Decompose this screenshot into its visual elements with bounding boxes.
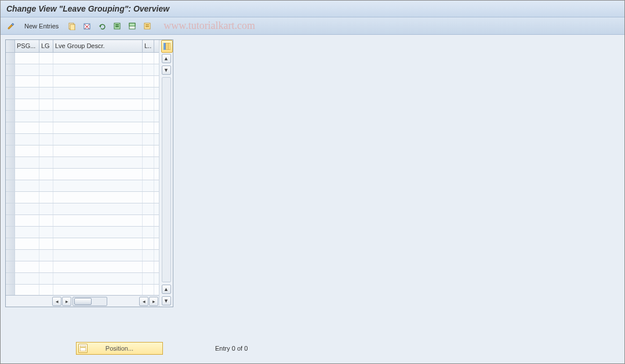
cell-descr[interactable] [53,53,143,64]
row-selector[interactable] [6,76,15,87]
cell-descr[interactable] [53,134,143,145]
page-down-button[interactable]: ▲ [162,285,171,294]
row-selector[interactable] [6,111,15,122]
cell-descr[interactable] [53,157,143,168]
table-row[interactable] [6,145,159,157]
select-block-button[interactable] [126,20,138,32]
page-up-button[interactable]: ▼ [162,65,171,75]
cell-l[interactable] [143,111,154,122]
next-column-button[interactable]: ◂ [139,297,148,306]
cell-descr[interactable] [53,64,143,75]
hscroll-track[interactable] [72,297,107,306]
cell-lg[interactable] [39,122,53,133]
cell-descr[interactable] [53,203,143,214]
table-row[interactable] [6,64,159,76]
configure-columns-button[interactable] [161,40,173,53]
cell-psg[interactable] [15,88,39,99]
cell-lg[interactable] [39,273,53,284]
table-row[interactable] [6,215,159,227]
table-row[interactable] [6,227,159,238]
table-row[interactable] [6,192,159,203]
cell-psg[interactable] [15,215,39,226]
cell-psg[interactable] [15,145,39,156]
cell-psg[interactable] [15,203,39,214]
delete-button[interactable] [81,20,93,32]
cell-l[interactable] [143,227,154,238]
select-all-button[interactable] [111,20,123,32]
cell-l[interactable] [143,157,154,168]
table-row[interactable] [6,122,159,134]
column-header-descr[interactable]: Lve Group Descr. [53,40,143,52]
cell-descr[interactable] [53,238,143,249]
cell-descr[interactable] [53,250,143,261]
cell-l[interactable] [143,134,154,145]
cell-descr[interactable] [53,215,143,226]
cell-psg[interactable] [15,53,39,64]
cell-l[interactable] [143,122,154,133]
cell-lg[interactable] [39,169,53,180]
cell-descr[interactable] [53,169,143,180]
cell-l[interactable] [143,169,154,180]
row-selector[interactable] [6,238,15,249]
cell-psg[interactable] [15,180,39,191]
cell-descr[interactable] [53,99,143,110]
cell-lg[interactable] [39,215,53,226]
change-mode-button[interactable] [5,20,17,32]
cell-l[interactable] [143,285,154,295]
column-header-psg[interactable]: PSG... [15,40,39,52]
cell-lg[interactable] [39,203,53,214]
cell-psg[interactable] [15,227,39,238]
cell-psg[interactable] [15,238,39,249]
new-entries-button[interactable]: New Entries [20,21,63,31]
cell-psg[interactable] [15,157,39,168]
cell-descr[interactable] [53,122,143,133]
cell-psg[interactable] [15,192,39,203]
row-selector[interactable] [6,203,15,214]
row-selector[interactable] [6,122,15,133]
cell-lg[interactable] [39,145,53,156]
row-selector[interactable] [6,169,15,180]
cell-descr[interactable] [53,88,143,99]
cell-lg[interactable] [39,53,53,64]
row-selector[interactable] [6,88,15,99]
column-header-l[interactable]: L.. [143,40,154,52]
first-column-button[interactable]: ◂ [52,297,61,306]
cell-psg[interactable] [15,261,39,272]
cell-l[interactable] [143,192,154,203]
cell-descr[interactable] [53,273,143,284]
cell-psg[interactable] [15,134,39,145]
cell-lg[interactable] [39,111,53,122]
cell-lg[interactable] [39,227,53,238]
cell-lg[interactable] [39,238,53,249]
cell-l[interactable] [143,250,154,261]
cell-descr[interactable] [53,285,143,295]
table-row[interactable] [6,273,159,285]
cell-descr[interactable] [53,180,143,191]
table-row[interactable] [6,53,159,64]
cell-psg[interactable] [15,64,39,75]
table-row[interactable] [6,238,159,250]
table-row[interactable] [6,261,159,273]
table-row[interactable] [6,203,159,215]
row-selector[interactable] [6,53,15,64]
position-button[interactable]: Position... [76,342,163,355]
table-row[interactable] [6,250,159,261]
row-selector[interactable] [6,145,15,156]
cell-lg[interactable] [39,250,53,261]
cell-psg[interactable] [15,285,39,295]
table-row[interactable] [6,180,159,192]
cell-l[interactable] [143,203,154,214]
cell-lg[interactable] [39,285,53,295]
deselect-button[interactable] [141,20,153,32]
last-column-button[interactable]: ▸ [149,297,158,306]
copy-button[interactable] [66,20,78,32]
cell-psg[interactable] [15,250,39,261]
table-row[interactable] [6,99,159,111]
row-selector[interactable] [6,250,15,261]
cell-descr[interactable] [53,192,143,203]
row-selector[interactable] [6,192,15,203]
table-row[interactable] [6,88,159,99]
table-row[interactable] [6,169,159,180]
select-all-column-header[interactable] [6,40,15,52]
cell-lg[interactable] [39,99,53,110]
